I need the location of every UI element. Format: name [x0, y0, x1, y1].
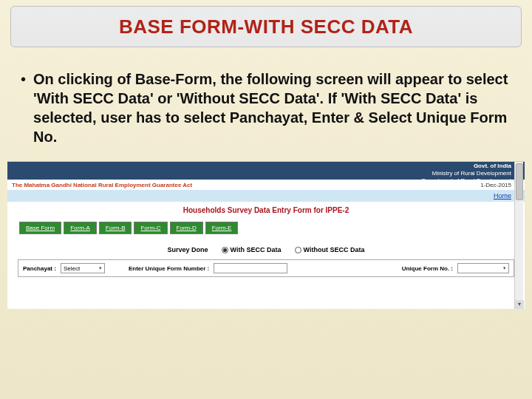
panchayat-select[interactable]: Select ▾: [61, 263, 105, 273]
panchayat-value: Select: [64, 265, 80, 272]
tab-base-form[interactable]: Base Form: [19, 222, 61, 234]
unique-select-label: Unique Form No. :: [402, 265, 453, 272]
gov-line2: Ministry of Rural Development: [7, 170, 511, 177]
tab-strip: Base Form Form-A Form-B Form-C Form-D Fo…: [19, 222, 525, 234]
scrollbar[interactable]: ▾: [514, 162, 523, 309]
form-title: Households Survey Data Entry Form for IP…: [7, 206, 525, 214]
survey-label: Survey Done: [168, 246, 208, 253]
slide-title: BASE FORM-WITH SECC DATA: [119, 16, 413, 38]
scroll-down-icon[interactable]: ▾: [515, 300, 524, 309]
radio-without-secc-label: Without SECC Data: [304, 246, 365, 253]
chevron-down-icon: ▾: [99, 265, 102, 271]
fields-row: Panchayat : Select ▾ Enter Unique Form N…: [18, 259, 514, 277]
unique-form-select[interactable]: ▾: [457, 263, 509, 273]
unique-form-input[interactable]: [214, 263, 287, 273]
tab-form-c[interactable]: Form-C: [134, 222, 167, 234]
nav-bar: Home: [7, 190, 525, 202]
scroll-thumb[interactable]: [516, 163, 523, 200]
slide-title-bar: BASE FORM-WITH SECC DATA: [10, 6, 522, 47]
date-text: 1-Dec-2015: [480, 182, 511, 188]
bullet-block: • On clicking of Base-Form, the followin…: [21, 69, 516, 146]
tab-form-a[interactable]: Form-A: [64, 222, 97, 234]
act-title: The Mahatma Gandhi National Rural Employ…: [12, 182, 192, 188]
bullet-text: On clicking of Base-Form, the following …: [33, 69, 516, 146]
radio-with-secc[interactable]: With SECC Data: [222, 246, 282, 253]
radio-dot-icon: [222, 247, 228, 253]
tab-form-d[interactable]: Form-D: [170, 222, 203, 234]
survey-row: Survey Done With SECC Data Without SECC …: [7, 246, 525, 253]
radio-with-secc-label: With SECC Data: [231, 246, 282, 253]
panchayat-label: Panchayat :: [23, 265, 56, 272]
gov-header: Govt. of India Ministry of Rural Develop…: [7, 162, 525, 180]
radio-without-secc[interactable]: Without SECC Data: [295, 246, 365, 253]
tab-form-b[interactable]: Form-B: [99, 222, 132, 234]
gov-line1: Govt. of India: [7, 163, 511, 170]
tab-form-e[interactable]: Form-E: [205, 222, 239, 234]
bullet-marker: •: [21, 69, 26, 89]
embedded-screenshot: Govt. of India Ministry of Rural Develop…: [7, 161, 525, 309]
radio-dot-icon: [295, 247, 301, 253]
chevron-down-icon: ▾: [503, 265, 506, 271]
home-link[interactable]: Home: [494, 192, 511, 200]
unique-enter-label: Enter Unique Form Number :: [129, 265, 209, 272]
